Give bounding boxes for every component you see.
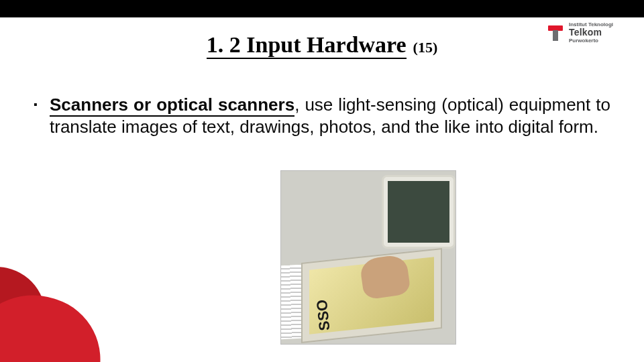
heading-sub: (15) — [413, 39, 438, 56]
photo-text: SSO — [313, 299, 334, 332]
crt-monitor-icon — [382, 175, 455, 249]
bullet-text: Scanners or optical scanners, use light-… — [50, 94, 610, 137]
top-black-bar — [0, 0, 644, 17]
bullet-item: ▪ Scanners or optical scanners, use ligh… — [34, 94, 610, 137]
heading-main: 1. 2 Input Hardware — [207, 32, 407, 59]
red-corner-decoration — [0, 261, 127, 362]
scanner-photo: SSO — [280, 170, 456, 345]
bullet-lead: Scanners or optical scanners — [50, 95, 294, 117]
slide-body: ▪ Scanners or optical scanners, use ligh… — [34, 94, 610, 137]
slide: Institut Teknologi Telkom Purwokerto 1. … — [0, 0, 644, 362]
slide-heading: 1. 2 Input Hardware (15) — [0, 32, 644, 58]
bullet-marker-icon: ▪ — [34, 94, 50, 137]
